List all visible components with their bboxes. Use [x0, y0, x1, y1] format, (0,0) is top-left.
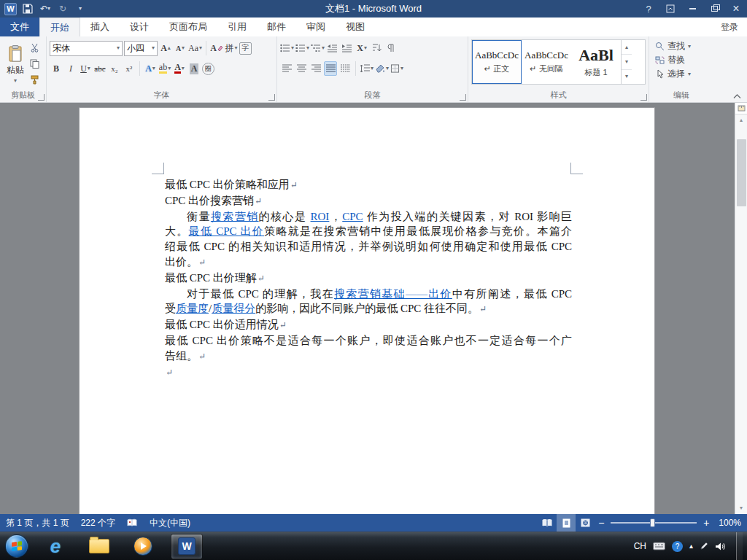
document-line[interactable]: 出价。↵	[165, 254, 572, 271]
document-line[interactable]: 大。最低 CPC 出价策略就是在搜索营销中使用最低展现价格参与竞价。本篇介	[165, 224, 572, 239]
volume-icon[interactable]	[715, 539, 725, 553]
paste-dropdown[interactable]: ▾	[14, 78, 17, 84]
document-line[interactable]: 告组。↵	[165, 349, 572, 365]
styles-gallery-more[interactable]: ▾	[622, 70, 632, 84]
align-right-button[interactable]	[309, 61, 322, 76]
tab-mailings[interactable]: 邮件	[257, 18, 296, 36]
word-count[interactable]: 222 个字	[75, 514, 121, 532]
align-left-button[interactable]	[280, 61, 293, 76]
hyperlink[interactable]: ROI	[311, 211, 330, 222]
bullets-button[interactable]: ▾	[280, 41, 294, 55]
line-spacing-button[interactable]: ▾	[360, 61, 374, 76]
multilevel-list-button[interactable]: ▾	[311, 41, 325, 55]
subscript-button[interactable]: x₂	[108, 61, 121, 76]
tab-references[interactable]: 引用	[217, 18, 257, 36]
hyperlink[interactable]: 质量得分	[212, 303, 255, 314]
style-no-spacing[interactable]: AaBbCcDc ↵ 无间隔	[522, 40, 571, 84]
cut-button[interactable]	[28, 41, 41, 54]
superscript-button[interactable]: x²	[123, 61, 136, 76]
zoom-level[interactable]: 100%	[713, 514, 747, 532]
document-line[interactable]: 最低 CPC 出价策略不是适合每一个账户，即使适合账户也不一定适合每一个广	[165, 333, 572, 349]
font-name-select[interactable]: 宋体▾	[50, 41, 123, 56]
font-size-select[interactable]: 小四▾	[124, 41, 158, 56]
ime-help-icon[interactable]: ?	[672, 541, 683, 552]
bold-button[interactable]: B	[50, 61, 63, 76]
italic-button[interactable]: I	[64, 61, 77, 76]
paste-button[interactable]: 粘贴 ▾	[3, 39, 28, 89]
document-line[interactable]: 最低 CPC 出价理解↵	[165, 271, 572, 287]
align-center-button[interactable]	[295, 61, 308, 76]
numbering-button[interactable]: ▾	[295, 41, 309, 55]
tray-overflow-button[interactable]: ▴	[689, 539, 693, 553]
distribute-button[interactable]	[338, 61, 352, 76]
character-shading-button[interactable]: A	[187, 61, 201, 76]
scroll-up-button[interactable]: ▴	[735, 114, 747, 126]
strikethrough-button[interactable]: abc	[93, 61, 107, 76]
document-line[interactable]: 受质量度/质量得分的影响，因此不同账户的最低 CPC 往往不同。↵	[165, 301, 572, 317]
tab-insert[interactable]: 插入	[80, 18, 120, 36]
tab-home[interactable]: 开始	[39, 18, 80, 36]
copy-button[interactable]	[28, 57, 41, 70]
collapse-ribbon-button[interactable]	[733, 94, 741, 99]
style-heading-1[interactable]: AaBl 标题 1	[571, 40, 621, 84]
highlight-color-button[interactable]: ab▾	[158, 61, 171, 76]
document-line[interactable]: 最低 CPC 出价适用情况↵	[165, 317, 572, 333]
customize-qat-button[interactable]: ▾	[74, 1, 87, 16]
document-line[interactable]: 对于最低 CPC 的理解，我在搜索营销基础——出价中有所阐述，最低 CPC	[165, 287, 572, 302]
start-button[interactable]	[0, 532, 34, 560]
change-case-button[interactable]: Aa▾	[188, 41, 202, 55]
print-layout-button[interactable]	[557, 514, 576, 532]
hyperlink[interactable]: CPC	[342, 211, 363, 222]
enclose-characters-button[interactable]: 字	[239, 42, 252, 55]
pen-icon[interactable]	[700, 539, 708, 553]
tab-review[interactable]: 审阅	[296, 18, 336, 36]
undo-button[interactable]: ↶▾	[39, 1, 52, 16]
scrollbar-track[interactable]	[735, 126, 747, 502]
paragraph-dialog-launcher[interactable]	[460, 94, 466, 101]
hyperlink[interactable]: 搜索营销基础——出价	[334, 288, 452, 300]
read-mode-button[interactable]	[538, 514, 557, 532]
styles-dialog-launcher[interactable]	[640, 94, 647, 101]
styles-scroll-down[interactable]: ▾	[622, 55, 632, 69]
document-line[interactable]: 绍最低 CPC 的相关知识和适用情况，并举例说明如何使用确定和使用最低 CPC	[165, 239, 572, 254]
word-app-icon[interactable]: W	[4, 3, 17, 15]
underline-button[interactable]: U▾	[79, 61, 92, 76]
page-indicator[interactable]: 第 1 页，共 1 页	[0, 514, 75, 532]
taskbar-media-player[interactable]	[121, 532, 165, 560]
clear-formatting-button[interactable]: A	[210, 41, 223, 55]
language-indicator-tray[interactable]: CH	[634, 539, 646, 553]
maximize-button[interactable]	[703, 0, 725, 18]
help-button[interactable]: ?	[638, 0, 659, 18]
font-color-button[interactable]: A▾	[173, 61, 186, 76]
asian-layout-button[interactable]: X▾	[355, 41, 368, 55]
increase-indent-button[interactable]	[341, 41, 354, 55]
document-line[interactable]: ↵	[165, 365, 572, 381]
tab-design[interactable]: 设计	[120, 18, 159, 36]
sort-button[interactable]	[370, 41, 383, 55]
scroll-down-button[interactable]: ▾	[735, 502, 747, 514]
shrink-font-button[interactable]: A▾	[174, 41, 187, 55]
tab-page-layout[interactable]: 页面布局	[159, 18, 217, 36]
zoom-slider-thumb[interactable]	[650, 518, 655, 527]
hyperlink[interactable]: 质量度	[176, 303, 209, 314]
document-line[interactable]: CPC 出价搜索营销↵	[165, 193, 572, 209]
ruler-toggle-button[interactable]	[735, 103, 747, 114]
web-layout-button[interactable]	[576, 514, 595, 532]
ribbon-display-options-button[interactable]	[659, 0, 681, 18]
taskbar-word-active[interactable]: W	[171, 534, 203, 559]
replace-button[interactable]: 替换	[652, 53, 711, 67]
document-page[interactable]: 最低 CPC 出价策略和应用↵CPC 出价搜索营销↵衡量搜索营销的核心是 ROI…	[79, 107, 655, 514]
tab-view[interactable]: 视图	[336, 18, 375, 36]
scrollbar-thumb[interactable]	[737, 139, 746, 206]
proofing-status[interactable]	[121, 514, 144, 532]
zoom-out-button[interactable]: −	[595, 517, 608, 529]
redo-button[interactable]: ↻	[56, 1, 69, 16]
hyperlink[interactable]: 最低 CPC 出价	[189, 225, 265, 237]
find-button[interactable]: 查找▾	[652, 39, 711, 53]
style-normal[interactable]: AaBbCcDc ↵ 正文	[472, 40, 522, 84]
decrease-indent-button[interactable]	[326, 41, 339, 55]
document-line[interactable]: 最低 CPC 出价策略和应用↵	[165, 177, 572, 193]
zoom-slider[interactable]	[611, 514, 697, 532]
document-line[interactable]: 衡量搜索营销的核心是 ROI，CPC 作为投入端的关键因素，对 ROI 影响巨	[165, 209, 572, 225]
clipboard-dialog-launcher[interactable]	[38, 94, 44, 101]
